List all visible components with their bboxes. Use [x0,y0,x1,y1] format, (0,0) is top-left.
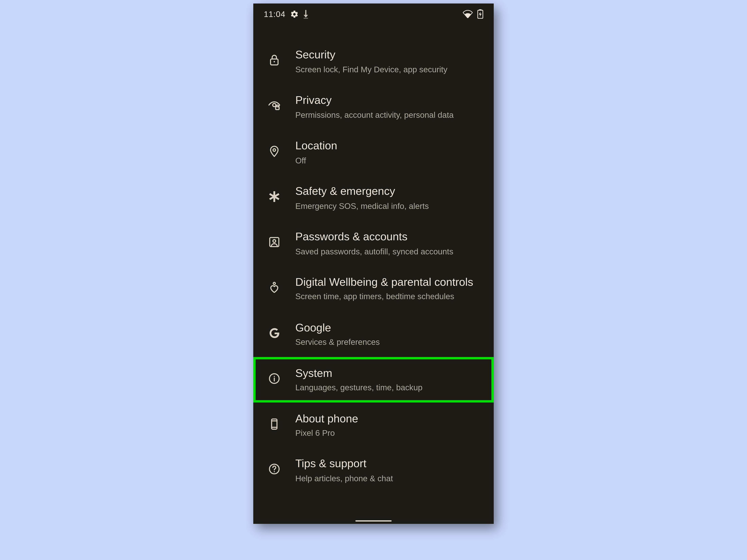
settings-item-title: Passwords & accounts [295,230,481,244]
settings-item-privacy[interactable]: Privacy Permissions, account activity, p… [253,84,494,130]
svg-marker-5 [479,12,482,17]
location-pin-icon [263,139,286,163]
google-g-icon [263,321,286,345]
settings-item-title: Security [295,48,481,62]
svg-point-10 [273,149,276,151]
wellbeing-heart-icon [263,276,286,299]
svg-rect-2 [304,18,308,18]
settings-item-subtitle: Screen lock, Find My Device, app securit… [295,64,481,75]
settings-list[interactable]: Security Screen lock, Find My Device, ap… [253,30,494,524]
status-bar: 11:04 [253,4,494,21]
settings-item-system[interactable]: System Languages, gestures, time, backup [253,357,494,402]
settings-item-title: Digital Wellbeing & parental controls [295,275,481,289]
settings-item-title: Safety & emergency [295,184,481,198]
settings-item-subtitle: Saved passwords, autofill, synced accoun… [295,246,481,257]
settings-item-subtitle: Help articles, phone & chat [295,473,481,484]
medical-asterisk-icon [263,185,286,208]
settings-item-subtitle: Screen time, app timers, bedtime schedul… [295,291,481,302]
phone-device-icon [263,412,286,436]
battery-charging-icon [478,9,483,19]
svg-point-7 [274,61,275,62]
svg-marker-1 [304,15,308,17]
info-icon [263,367,286,390]
settings-item-title: Google [295,321,481,335]
settings-item-subtitle: Off [295,155,481,166]
settings-item-title: System [295,366,481,380]
wifi-icon [463,10,473,18]
settings-item-location[interactable]: Location Off [253,130,494,175]
settings-item-passwords[interactable]: Passwords & accounts Saved passwords, au… [253,220,494,266]
download-icon [304,10,308,19]
settings-item-safety[interactable]: Safety & emergency Emergency SOS, medica… [253,175,494,220]
settings-item-subtitle: Languages, gestures, time, backup [295,382,481,393]
svg-point-13 [273,282,275,285]
settings-item-subtitle: Pixel 6 Pro [295,428,481,438]
android-settings-screen: 11:04 [253,4,494,524]
gesture-nav-bar[interactable] [355,520,391,522]
svg-point-16 [274,376,275,377]
gear-icon [290,10,299,19]
svg-point-12 [273,239,276,242]
help-icon [263,458,286,481]
settings-item-subtitle: Services & preferences [295,337,481,348]
settings-item-title: Privacy [295,93,481,107]
settings-item-title: Location [295,139,481,153]
status-time: 11:04 [264,9,285,19]
svg-point-21 [274,472,275,473]
lock-icon [263,48,286,72]
settings-item-subtitle: Permissions, account activity, personal … [295,109,481,120]
settings-item-subtitle: Emergency SOS, medical info, alerts [295,201,481,211]
svg-rect-0 [305,10,306,15]
settings-item-google[interactable]: Google Services & preferences [253,311,494,357]
settings-item-security[interactable]: Security Screen lock, Find My Device, ap… [253,38,494,84]
settings-item-title: Tips & support [295,457,481,471]
account-box-icon [263,230,286,254]
settings-item-title: About phone [295,411,481,425]
settings-item-about-phone[interactable]: About phone Pixel 6 Pro [253,402,494,448]
settings-item-wellbeing[interactable]: Digital Wellbeing & parental controls Sc… [253,266,494,311]
settings-item-tips[interactable]: Tips & support Help articles, phone & ch… [253,448,494,493]
svg-point-8 [273,103,276,107]
privacy-eye-icon [263,94,286,117]
